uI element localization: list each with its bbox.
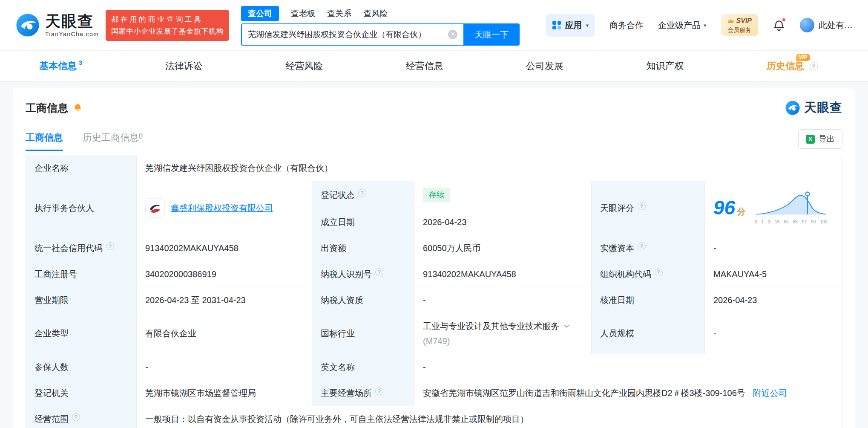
- table-row-reg-authority: 登记机关 芜湖市镜湖区市场监督管理局 主要经营场所 安徽省芜湖市镜湖区范罗山街道…: [26, 380, 842, 406]
- notification-dot: [782, 17, 786, 22]
- search-input[interactable]: [248, 30, 448, 39]
- score-tick: 99: [811, 219, 816, 225]
- managing-partner-value-cell: 鑫盛利保股权投资有限公司: [137, 181, 312, 235]
- reg-status-label-cell: 登记状态: [312, 181, 414, 209]
- table-row-company-type: 企业类型 有限合伙企业 国标行业 工业与专业设计及其他专业技术服务 (M749)…: [26, 313, 842, 354]
- staff-size-value-cell: -: [705, 313, 842, 354]
- partner-company-link[interactable]: 鑫盛利保股权投资有限公司: [171, 202, 273, 214]
- reg-status-value-cell: 存续: [414, 181, 592, 209]
- apps-grid-icon: [552, 21, 561, 29]
- business-cooperation-link[interactable]: 商务合作: [609, 20, 644, 31]
- user-account[interactable]: 此处有…: [800, 18, 853, 32]
- watermark-logo-icon: [785, 100, 800, 116]
- subtab-history-registry[interactable]: 历史工商信息0: [83, 131, 143, 151]
- business-scope-help-icon[interactable]: [72, 413, 80, 421]
- tab-intellectual-property[interactable]: 知识产权: [647, 51, 684, 81]
- org-code-label-cell: 组织机构代码: [592, 261, 705, 287]
- promo-line-2: 国家中小企业发展子基金旗下机构: [111, 26, 224, 36]
- contribution-value-cell: 60050万人民币: [414, 235, 592, 261]
- taxpayer-id-help-icon[interactable]: [375, 268, 383, 276]
- field-value: 芜湖信发建兴纾困股权投资合伙企业（有限合伙）: [145, 163, 333, 173]
- credit-code-help-icon[interactable]: [106, 242, 114, 250]
- table-row-insured-count: 参保人数 - 英文名称 -: [26, 354, 842, 380]
- subscribe-bell-icon[interactable]: [72, 103, 83, 113]
- business-info-card: 工商信息 天眼查 工商信息: [13, 88, 855, 428]
- score-help-icon[interactable]: [638, 202, 646, 210]
- nearby-companies-link[interactable]: 附近公司: [753, 387, 787, 399]
- field-label: 纳税人识别号: [321, 269, 372, 279]
- enterprise-products-menu[interactable]: 企业级产品 ▾: [658, 20, 707, 31]
- score-tick: 1: [762, 219, 764, 225]
- field-label: 参保人数: [34, 362, 69, 372]
- score-tick: 3: [768, 219, 771, 225]
- reg-number-label-cell: 工商注册号: [26, 261, 137, 287]
- org-code-value-cell: MAKAUYA4-5: [705, 261, 842, 287]
- business-address-help-icon[interactable]: [375, 387, 383, 395]
- tianyancha-logo[interactable]: 天眼查 TianYanCha.com: [15, 13, 99, 38]
- paid-in-capital-help-icon[interactable]: [638, 242, 646, 250]
- search-tab-relation[interactable]: 查关系: [327, 8, 351, 19]
- business-term-value-cell: 2026-04-23 至 2031-04-23: [137, 287, 312, 313]
- tab-business-info[interactable]: 经营信息: [406, 51, 443, 81]
- score-value-cell: 96 分 0131: [705, 181, 842, 235]
- english-name-label-cell: 英文名称: [312, 354, 414, 380]
- crown-icon: [727, 18, 734, 23]
- section-title: 工商信息: [26, 101, 68, 115]
- tab-legal-proceedings[interactable]: 法律诉讼: [165, 51, 203, 81]
- score-label-cell: 天眼评分: [592, 181, 705, 235]
- search-area: 查公司 查老板 查关系 查风险 天眼一下: [241, 5, 520, 46]
- field-label: 企业名称: [34, 163, 69, 173]
- reg-status-help-icon[interactable]: [358, 189, 366, 197]
- score-distribution-chart: 0131550859799100: [755, 191, 827, 225]
- paid-in-capital-label-cell: 实缴资本: [592, 235, 705, 261]
- field-label: 出资额: [321, 243, 346, 253]
- tab-legal-proceedings-label: 法律诉讼: [165, 60, 203, 72]
- paid-in-capital-value-cell: -: [705, 235, 842, 261]
- tab-history-info[interactable]: VIP 历史信息: [767, 51, 818, 81]
- org-code-help-icon[interactable]: [655, 268, 663, 276]
- svip-title: SVIP: [736, 17, 752, 25]
- tab-company-development[interactable]: 公司发展: [526, 51, 563, 81]
- apps-menu-button[interactable]: 应用 ▾: [546, 14, 595, 37]
- chevron-down-icon[interactable]: [563, 322, 570, 330]
- export-button[interactable]: 导出: [798, 129, 842, 149]
- tab-business-info-label: 经营信息: [406, 60, 443, 72]
- watermark-brand-text: 天眼查: [804, 99, 842, 116]
- insured-count-value-cell: -: [137, 354, 312, 380]
- score-number: 96 分: [713, 193, 745, 223]
- avatar: [800, 18, 814, 32]
- enterprise-products-label: 企业级产品: [658, 20, 701, 31]
- tab-operational-risk[interactable]: 经营风险: [285, 51, 323, 81]
- industry-name: 工业与专业设计及其他专业技术服务: [423, 320, 559, 333]
- export-label: 导出: [819, 133, 835, 145]
- history-info-help-icon[interactable]: [810, 62, 818, 70]
- approval-date-value-cell: 2026-04-23: [705, 287, 842, 313]
- search-tab-company[interactable]: 查公司: [241, 6, 279, 21]
- insured-count-label-cell: 参保人数: [26, 354, 137, 380]
- score-value-text: 96: [713, 193, 735, 223]
- subtab-current-registry[interactable]: 工商信息: [26, 131, 63, 151]
- score-tick: 50: [784, 219, 788, 225]
- taxpayer-id-value-cell: 91340202MAKAUYA458: [414, 261, 592, 287]
- notifications-bell-icon[interactable]: [773, 19, 785, 32]
- business-scope-value-cell: 一般项目：以自有资金从事投资活动（除许可业务外，可自主依法经营法律法规非禁止或限…: [137, 406, 842, 428]
- tab-basic-info-label: 基本信息: [39, 60, 77, 72]
- promo-line-1: 都在用的商业查询工具: [111, 14, 224, 24]
- sub-tabs: 工商信息 历史工商信息0 导出: [13, 116, 855, 153]
- clear-search-icon[interactable]: [448, 30, 457, 39]
- search-tab-risk[interactable]: 查风险: [363, 8, 388, 19]
- industry-code: (M749): [423, 335, 583, 347]
- svip-membership-button[interactable]: SVIP 会员服务: [721, 14, 758, 36]
- search-button[interactable]: 天眼一下: [463, 23, 520, 46]
- subtab-history-label: 历史工商信息: [83, 132, 139, 143]
- score-tick: 0: [755, 219, 757, 225]
- approval-date-label-cell: 核准日期: [592, 287, 705, 313]
- industry-label-cell: 国标行业: [312, 313, 414, 354]
- score-tick: 85: [793, 219, 798, 225]
- tab-basic-info[interactable]: 基本信息 3: [39, 51, 82, 81]
- table-row-company-name: 企业名称 芜湖信发建兴纾困股权投资合伙企业（有限合伙）: [26, 155, 842, 181]
- industry-value-cell: 工业与专业设计及其他专业技术服务 (M749): [414, 313, 592, 354]
- business-term-label-cell: 营业期限: [26, 287, 137, 313]
- search-tab-boss[interactable]: 查老板: [291, 8, 315, 19]
- main-content: 工商信息 天眼查 工商信息: [0, 82, 868, 428]
